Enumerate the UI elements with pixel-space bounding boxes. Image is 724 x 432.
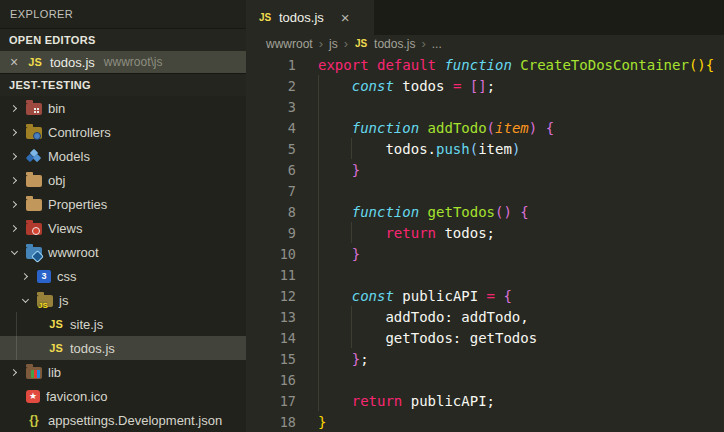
code-line-14[interactable]: 14 getTodos: getTodos	[246, 327, 724, 348]
tree-item-favicon-ico[interactable]: ★favicon.ico	[0, 384, 246, 408]
tree-item-models[interactable]: Models	[0, 144, 246, 168]
code-line-18[interactable]: 18}	[246, 411, 724, 432]
breadcrumb-separator: ›	[421, 36, 425, 51]
code-line-10[interactable]: 10 }	[246, 243, 724, 264]
breadcrumb-item-2[interactable]: todos.js	[374, 37, 415, 51]
favicon-icon: ★	[26, 390, 40, 403]
code-line-16[interactable]: 16	[246, 369, 724, 390]
breadcrumb-item-0[interactable]: wwwroot	[266, 37, 313, 51]
breadcrumb-item-3[interactable]: ...	[432, 37, 442, 51]
tree-item-appsettings-development-json[interactable]: {}appsettings.Development.json	[0, 408, 246, 432]
indent-spacer	[30, 342, 42, 354]
tree-item-views[interactable]: Views	[0, 216, 246, 240]
indent-guide	[318, 96, 319, 117]
line-number: 1	[246, 57, 296, 73]
tree-item-label: js	[59, 293, 68, 308]
tree-item-label: appsettings.Development.json	[48, 413, 222, 428]
tree-item-label: lib	[48, 365, 61, 380]
close-icon[interactable]: ×	[8, 55, 20, 69]
json-icon: {}	[26, 413, 42, 427]
tree-item-label: todos.js	[70, 341, 115, 356]
line-number: 12	[246, 288, 296, 304]
line-number: 3	[246, 99, 296, 115]
open-editor-item-todos[interactable]: × JS todos.js wwwroot\js	[0, 51, 246, 74]
code-line-3[interactable]: 3	[246, 96, 724, 117]
code-line-text: function addTodo(item) {	[318, 120, 554, 136]
bin-icon	[26, 103, 42, 115]
open-editors-header[interactable]: OPEN EDITORS	[0, 28, 246, 51]
open-editor-file-name: todos.js	[50, 55, 95, 70]
tree-item-css[interactable]: 3css	[0, 264, 246, 288]
breadcrumb-separator: ›	[319, 36, 323, 51]
chevron-right-icon[interactable]	[8, 198, 20, 210]
line-number: 14	[246, 330, 296, 346]
chevron-down-icon[interactable]	[8, 246, 20, 258]
code-line-11[interactable]: 11	[246, 264, 724, 285]
models-icon	[26, 150, 42, 163]
code-editor[interactable]: 1export default function CreateToDosCont…	[246, 52, 724, 432]
chevron-right-icon[interactable]	[8, 150, 20, 162]
code-line-13[interactable]: 13 addTodo: addTodo,	[246, 306, 724, 327]
indent-guide	[318, 285, 319, 306]
tree-item-properties[interactable]: Properties	[0, 192, 246, 216]
css-icon: 3	[37, 270, 51, 283]
line-number: 13	[246, 309, 296, 325]
tree-item-label: obj	[48, 173, 65, 188]
chevron-right-icon[interactable]	[19, 270, 31, 282]
views-icon	[26, 223, 42, 235]
code-line-12[interactable]: 12 const publicAPI = {	[246, 285, 724, 306]
tree-item-label: site.js	[70, 317, 103, 332]
code-line-15[interactable]: 15 };	[246, 348, 724, 369]
line-number: 5	[246, 141, 296, 157]
code-line-9[interactable]: 9 return todos;	[246, 222, 724, 243]
code-line-7[interactable]: 7	[246, 180, 724, 201]
controllers-icon	[26, 127, 42, 139]
tree-item-site-js[interactable]: JSsite.js	[0, 312, 246, 336]
code-line-8[interactable]: 8 function getTodos() {	[246, 201, 724, 222]
indent-guide	[351, 222, 352, 243]
code-line-1[interactable]: 1export default function CreateToDosCont…	[246, 54, 724, 75]
indent-guide	[318, 180, 319, 201]
indent-guide	[318, 264, 319, 285]
code-line-text: }	[318, 414, 326, 430]
chevron-right-icon[interactable]	[8, 126, 20, 138]
project-section-header[interactable]: JEST-TESTING	[0, 73, 246, 96]
tab-todos-js[interactable]: JS todos.js ×	[246, 0, 374, 35]
chevron-right-icon[interactable]	[8, 222, 20, 234]
js-file-icon: JS	[258, 12, 272, 23]
file-tree: binControllersModelsobjPropertiesViewsww…	[0, 96, 246, 432]
line-number: 18	[246, 414, 296, 430]
indent-guide	[318, 138, 319, 159]
jsfolder-icon: JS	[37, 295, 53, 307]
chevron-right-icon[interactable]	[8, 174, 20, 186]
line-number: 15	[246, 351, 296, 367]
code-line-5[interactable]: 5 todos.push(item)	[246, 138, 724, 159]
code-line-text: }	[318, 162, 360, 178]
tree-item-wwwroot[interactable]: wwwroot	[0, 240, 246, 264]
tree-item-label: css	[57, 269, 77, 284]
breadcrumb-item-1[interactable]: js	[329, 37, 338, 51]
code-line-2[interactable]: 2 const todos = [];	[246, 75, 724, 96]
chevron-right-icon[interactable]	[8, 102, 20, 114]
indent-guide	[318, 306, 319, 327]
chevron-right-icon[interactable]	[8, 366, 20, 378]
tree-item-js[interactable]: JSjs	[0, 288, 246, 312]
code-line-17[interactable]: 17 return publicAPI;	[246, 390, 724, 411]
chevron-down-icon[interactable]	[19, 294, 31, 306]
tree-item-bin[interactable]: bin	[0, 96, 246, 120]
code-line-4[interactable]: 4 function addTodo(item) {	[246, 117, 724, 138]
explorer-sidebar: EXPLORER OPEN EDITORS × JS todos.js wwwr…	[0, 0, 246, 432]
tree-item-todos-js[interactable]: JStodos.js	[0, 336, 246, 360]
tree-item-obj[interactable]: obj	[0, 168, 246, 192]
tree-item-controllers[interactable]: Controllers	[0, 120, 246, 144]
tree-item-label: Views	[48, 221, 82, 236]
indent-spacer	[30, 318, 42, 330]
plain-icon	[26, 175, 42, 187]
close-icon[interactable]: ×	[341, 10, 350, 25]
line-number: 9	[246, 225, 296, 241]
js-file-icon: JS	[354, 38, 368, 49]
tree-item-lib[interactable]: lib	[0, 360, 246, 384]
code-line-text: export default function CreateToDosConta…	[318, 57, 714, 73]
line-number: 4	[246, 120, 296, 136]
code-line-6[interactable]: 6 }	[246, 159, 724, 180]
